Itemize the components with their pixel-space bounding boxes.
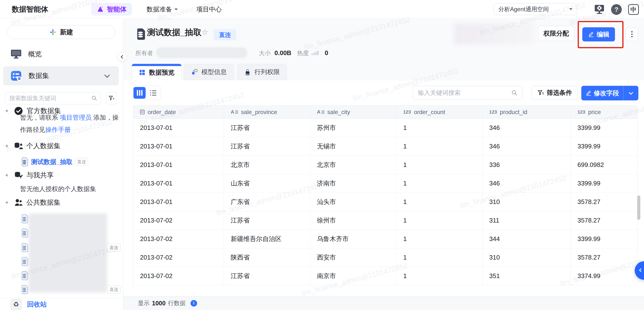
top-navbar: 数据智能体 智能体 数据准备 项目中心 分析Agent通用空间 (0, 0, 644, 18)
project-admin-link[interactable]: 项目管理员 (60, 114, 92, 121)
direct-connect-tag: 直连 (107, 286, 120, 294)
column-header-sale_city: Asale_city (310, 105, 396, 118)
new-button[interactable]: 新建 (7, 25, 115, 39)
chevron-down-icon (629, 90, 633, 95)
tree-collapse-icon[interactable] (5, 174, 8, 177)
recycle-icon: ♻ (10, 299, 22, 310)
tree-item-public-dataset[interactable] (0, 228, 123, 238)
note-text: 暂无，请联系 (20, 114, 60, 121)
rowcount-prefix: 显示 (138, 299, 150, 307)
info-icon[interactable]: i (190, 300, 197, 307)
tree-collapse-icon[interactable] (5, 201, 8, 204)
dataset-doc-icon (21, 157, 28, 166)
edit-button[interactable]: 编辑 (582, 27, 615, 41)
tree-item-public-dataset[interactable]: 直连 (0, 242, 123, 253)
dataset-doc-icon (21, 243, 28, 253)
tree-collapse-icon[interactable] (5, 145, 8, 147)
filter-icon (538, 89, 544, 96)
keyword-search-input[interactable] (418, 89, 511, 96)
table-row: 2013-07-02江苏省徐州市13113578.27 (133, 211, 638, 230)
shared-empty-note: 暂无他人授权的个人数据集 (20, 183, 120, 195)
number-type-icon: 123 (578, 109, 585, 115)
sidebar-collapse-button[interactable] (117, 52, 126, 61)
rowcount-value: 1000 (152, 300, 166, 307)
string-type-icon: A (231, 109, 238, 115)
tab-label: 模型信息 (202, 68, 227, 76)
tree-item-test-dataset[interactable]: 测试数据_抽取 直连 (0, 156, 123, 167)
columns-icon (137, 90, 142, 96)
workstation-settings-icon[interactable] (594, 4, 605, 15)
table-row: 2013-07-01江苏省无锡市13463399.99 (133, 137, 638, 156)
list-view-button[interactable] (147, 87, 159, 99)
public-dataset-icon (14, 199, 23, 206)
sidebar-item-datasets[interactable]: 数据集 (3, 66, 119, 85)
favorite-star-icon[interactable]: ☆ (202, 28, 208, 36)
filter-icon (108, 95, 115, 101)
help-icon[interactable]: ? (611, 4, 622, 15)
sidebar-item-recycle-bin[interactable]: ♻ 回收站 (0, 299, 123, 310)
tree-item-public-dataset[interactable] (0, 256, 123, 267)
tree-node-public-datasets[interactable]: 公共数据集 (0, 197, 123, 208)
tree-node-label: 与我共享 (26, 171, 54, 180)
new-button-label: 新建 (60, 28, 73, 36)
chevron-down-icon (569, 8, 572, 12)
tab-model-info[interactable]: 模型信息 (184, 64, 234, 80)
more-actions-button[interactable] (626, 27, 638, 41)
chevron-left-icon (639, 268, 643, 272)
tree-node-shared-with-me[interactable]: 与我共享 (0, 170, 123, 181)
dataset-item-name[interactable]: 测试数据_抽取 (31, 158, 72, 166)
table-row: 2013-07-02江苏省南京市13513374.99 (133, 267, 638, 285)
manual-link[interactable]: 操作手册 (45, 126, 71, 133)
tab-row-col-permission[interactable]: 行列权限 (237, 64, 287, 80)
string-type-icon: A (317, 109, 324, 115)
table-cell: 江苏省 (224, 137, 310, 155)
nav-item-agent[interactable]: 智能体 (91, 3, 132, 15)
tab-content: 筛选条件 修改字段 order_dateAsale_provinceAsale_… (123, 80, 644, 296)
tree-item-public-dataset[interactable] (0, 270, 123, 281)
table-cell: 3374.99 (570, 267, 638, 285)
modify-fields-main[interactable]: 修改字段 (581, 86, 623, 100)
view-toggle (132, 86, 161, 100)
sidebar-item-label: 数据集 (28, 71, 49, 80)
modify-fields-dropdown[interactable] (623, 86, 638, 100)
data-table: order_dateAsale_provinceAsale_city123ord… (133, 105, 638, 285)
owner-value-redacted (156, 47, 247, 58)
official-empty-note: 暂无，请联系 项目管理员 添加，操作路径见操作手册 (20, 111, 120, 136)
keyword-search (413, 86, 522, 100)
column-header-product_id: 123product_id (482, 105, 571, 118)
permission-assign-button[interactable]: 权限分配 (538, 26, 574, 41)
tree-collapse-icon[interactable] (5, 109, 8, 112)
tab-data-preview[interactable]: 数据预览 (132, 64, 182, 81)
nav-item-project-center[interactable]: 项目中心 (196, 0, 222, 18)
button-label: 编辑 (597, 30, 609, 39)
table-cell: 1 (396, 119, 482, 137)
table-cell: 344 (482, 230, 571, 248)
chevron-down-icon (174, 8, 178, 12)
workspace-select[interactable]: 分析Agent通用空间 (494, 3, 577, 15)
table-cell: 346 (482, 119, 571, 137)
table-row: 2013-07-02新疆维吾尔自治区乌鲁木齐市13443399.99 (133, 230, 638, 248)
dataset-filter-button[interactable] (106, 92, 116, 104)
tree-item-public-dataset[interactable]: 直连 (0, 284, 123, 295)
table-cell: 北京市 (310, 156, 396, 174)
sidebar-item-overview[interactable]: 概览 (0, 48, 123, 60)
table-cell: 2013-07-01 (133, 137, 224, 155)
language-zh-icon[interactable]: 中 (628, 4, 639, 15)
filter-conditions-button[interactable]: 筛选条件 (532, 86, 578, 100)
table-cell: 1 (396, 267, 482, 285)
table-cell: 1 (396, 137, 482, 155)
table-row: 2013-07-01广东省汕头市13103578.27 (133, 193, 638, 211)
table-row: 2013-07-01北京市北京市1336699.0982 (133, 156, 638, 174)
modify-fields-button[interactable]: 修改字段 (581, 86, 638, 100)
nav-item-data-prep[interactable]: 数据准备 (146, 0, 178, 18)
column-header-price: 123price (570, 105, 638, 118)
table-cell: 江苏省 (224, 119, 310, 137)
tree-item-public-dataset[interactable] (0, 214, 123, 224)
vertical-scrollbar[interactable] (637, 195, 640, 220)
tree-node-personal-datasets[interactable]: 个人数据集 (0, 140, 123, 152)
button-label: 修改字段 (594, 89, 619, 97)
dataset-search-input[interactable] (9, 95, 91, 102)
app-brand: 数据智能体 (12, 0, 48, 18)
dataset-doc-icon (21, 271, 28, 281)
column-view-button[interactable] (134, 87, 146, 99)
